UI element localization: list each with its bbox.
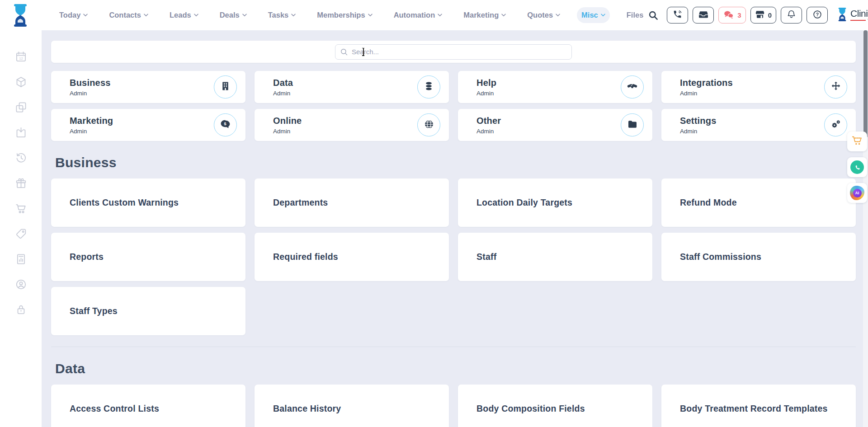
phone-button[interactable] [667, 7, 688, 23]
calendar-import-icon[interactable] [14, 126, 27, 139]
category-title: Online [273, 116, 417, 126]
chat-button[interactable]: 3 [718, 7, 745, 23]
phone-volume-icon [673, 9, 682, 21]
chevron-down-icon [601, 14, 605, 17]
item-card-reports[interactable]: Reports [51, 233, 245, 281]
sections-container: BusinessClients Custom WarningsDepartmen… [51, 155, 856, 427]
item-card-location-daily-targets[interactable]: Location Daily Targets [458, 178, 652, 227]
category-card-integrations[interactable]: Integrations Admin [661, 71, 856, 103]
search-input[interactable] [335, 44, 572, 60]
help-button[interactable]: ? [807, 7, 828, 23]
chevron-down-icon [291, 14, 296, 17]
price-tag-icon[interactable] [14, 227, 27, 240]
calendar-12-icon[interactable]: 12 [14, 50, 27, 63]
storefront-icon [755, 9, 765, 21]
item-card-required-fields[interactable]: Required fields [255, 233, 449, 281]
category-title: Settings [680, 116, 824, 126]
main-nav: TodayContactsLeadsDealsTasksMembershipsA… [55, 7, 648, 23]
building-icon [220, 81, 231, 93]
section-heading-data: Data [55, 361, 856, 376]
category-title: Integrations [680, 78, 824, 88]
category-title: Other [476, 116, 621, 126]
left-sidebar: 12 [0, 30, 42, 427]
scrollbar-thumb[interactable] [863, 30, 868, 138]
section-divider [51, 347, 856, 347]
category-card-marketing[interactable]: Marketing Admin $ [51, 109, 245, 141]
globe-icon [424, 119, 434, 131]
category-subtitle: Admin [70, 128, 214, 135]
inbox-button[interactable] [693, 7, 714, 23]
top-header: TodayContactsLeadsDealsTasksMembershipsA… [0, 0, 868, 30]
clone-icon[interactable] [14, 101, 27, 113]
nav-item-today[interactable]: Today [55, 7, 92, 23]
category-subtitle: Admin [70, 90, 214, 97]
category-card-business[interactable]: Business Admin [51, 71, 245, 103]
item-card-body-treatment-record-templates[interactable]: Body Treatment Record Templates [661, 385, 856, 427]
nav-item-deals[interactable]: Deals [215, 7, 251, 23]
shop-cart-widget[interactable] [847, 131, 867, 151]
nav-item-leads[interactable]: Leads [165, 7, 203, 23]
search-icon[interactable] [648, 10, 659, 21]
item-card-staff-types[interactable]: Staff Types [51, 287, 245, 335]
category-card-help[interactable]: Help Admin [458, 71, 652, 103]
database-icon [424, 81, 434, 93]
item-card-clients-custom-warnings[interactable]: Clients Custom Warnings [51, 178, 245, 227]
ai-assistant-icon: AI [850, 186, 864, 200]
notifications-button[interactable] [781, 7, 802, 23]
inbox-icon [698, 9, 708, 21]
nav-item-misc[interactable]: Misc [577, 7, 610, 23]
bell-icon [787, 9, 796, 21]
comment-dollar-icon: $ [220, 119, 231, 131]
nav-item-marketing[interactable]: Marketing [459, 7, 510, 23]
whatsapp-widget[interactable] [847, 157, 867, 177]
category-title: Data [273, 78, 417, 88]
ai-assistant-widget[interactable]: AI [847, 183, 867, 203]
category-title: Business [70, 78, 214, 88]
item-card-refund-mode[interactable]: Refund Mode [661, 178, 856, 227]
nav-item-files[interactable]: Files [622, 7, 648, 23]
store-button[interactable]: 0 [750, 7, 776, 23]
brand-tagline-bar [850, 20, 866, 21]
item-card-staff-commissions[interactable]: Staff Commissions [661, 233, 856, 281]
chat-bubbles-icon [723, 9, 734, 21]
nav-item-quotes[interactable]: Quotes [523, 7, 565, 23]
folder-icon [627, 119, 638, 131]
category-card-other[interactable]: Other Admin [458, 109, 652, 141]
category-card-settings[interactable]: Settings Admin [661, 109, 856, 141]
hourglass-logo-icon [837, 7, 848, 23]
item-card-staff[interactable]: Staff [458, 233, 652, 281]
category-subtitle: Admin [680, 90, 824, 97]
main-content: Business Admin Data Admin Help Admin Int… [42, 30, 856, 427]
category-title: Help [476, 78, 621, 88]
chevron-down-icon [83, 14, 88, 17]
category-card-data[interactable]: Data Admin [255, 71, 449, 103]
section-grid-data: Access Control ListsBalance HistoryBody … [51, 385, 856, 427]
item-card-departments[interactable]: Departments [255, 178, 449, 227]
user-circle-icon[interactable] [14, 278, 27, 291]
svg-text:?: ? [816, 11, 818, 17]
category-subtitle: Admin [476, 90, 621, 97]
gears-icon [830, 118, 841, 131]
cube-icon[interactable] [14, 75, 27, 88]
history-icon[interactable] [14, 151, 27, 164]
category-card-online[interactable]: Online Admin [255, 109, 449, 141]
clinicsoftware-logo-icon[interactable] [11, 3, 29, 28]
nav-item-memberships[interactable]: Memberships [312, 7, 377, 23]
nav-item-automation[interactable]: Automation [389, 7, 447, 23]
nav-item-contacts[interactable]: Contacts [104, 7, 153, 23]
item-card-access-control-lists[interactable]: Access Control Lists [51, 385, 245, 427]
brand-wordmark[interactable]: ClinicSoftware.com TEN STEPS AHEAD [837, 7, 868, 23]
report-icon[interactable] [14, 253, 27, 265]
chevron-down-icon [144, 14, 148, 17]
item-card-body-composition-fields[interactable]: Body Composition Fields [458, 385, 652, 427]
nav-item-tasks[interactable]: Tasks [264, 7, 301, 23]
whatsapp-icon [850, 160, 864, 174]
section-grid-business: Clients Custom WarningsDepartmentsLocati… [51, 178, 856, 335]
chevron-down-icon [501, 14, 506, 17]
handshake-icon [627, 80, 638, 94]
gift-icon[interactable] [14, 177, 27, 189]
cart-icon[interactable] [14, 202, 27, 215]
lock-icon[interactable] [14, 303, 27, 316]
category-subtitle: Admin [476, 128, 621, 135]
item-card-balance-history[interactable]: Balance History [255, 385, 449, 427]
